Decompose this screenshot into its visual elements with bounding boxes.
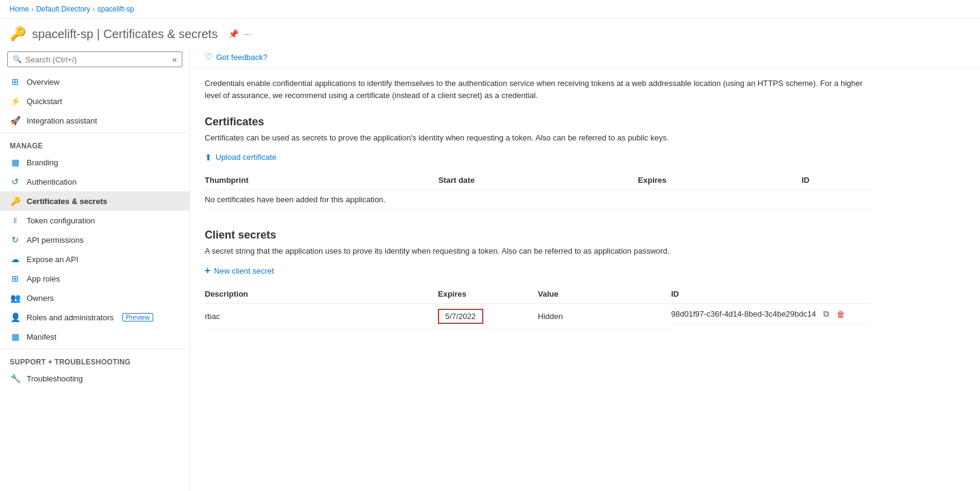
support-section-label: Support + Troubleshooting [0,352,190,369]
sidebar-item-authentication[interactable]: ↺ Authentication [0,172,190,191]
cert-col-expires: Expires [638,171,801,190]
authentication-icon: ↺ [10,176,21,187]
app-name: spacelift-sp [32,27,93,41]
client-secrets-table: Description Expires Value ID rbac 5/7/20… [205,285,871,329]
expose-api-icon: ☁ [10,254,21,265]
search-box[interactable]: 🔍 « [7,51,182,67]
certificates-table: Thumbprint Start date Expires ID No cert… [205,171,871,209]
sidebar-item-owners[interactable]: 👥 Owners [0,288,190,308]
sidebar-divider-manage [0,133,190,133]
manage-section-label: Manage [0,136,190,153]
breadcrumb-default-directory[interactable]: Default Directory [36,5,90,13]
integration-icon: 🚀 [10,115,21,126]
preview-badge: Preview [122,313,153,321]
manifest-icon: ▦ [10,331,21,342]
sidebar-label-quickstart: Quickstart [27,97,62,106]
api-icon: ↻ [10,234,21,245]
breadcrumb-sep-1: › [31,5,34,13]
sidebar-label-owners: Owners [27,294,54,303]
app-roles-icon: ⊞ [10,273,21,284]
token-icon: ⦀ [10,215,21,226]
client-secrets-section-desc: A secret string that the application use… [205,245,871,257]
owners-icon: 👥 [10,292,21,303]
cert-no-data-msg: No certificates have been added for this… [205,189,871,209]
secret-expires: 5/7/2022 [438,304,538,329]
search-icon: 🔍 [13,55,22,64]
collapse-button[interactable]: « [172,54,177,64]
page-title: spacelift-sp | Certificates & secrets [32,27,217,41]
client-secrets-section-title: Client secrets [205,229,965,242]
sidebar-item-app-roles[interactable]: ⊞ App roles [0,269,190,288]
content-area: ♡ Got feedback? Credentials enable confi… [190,47,980,491]
main-layout: 🔍 « ⊞ Overview ⚡ Quickstart 🚀 Integratio… [0,47,980,491]
upload-certificate-label[interactable]: Upload certificate [216,153,276,162]
sidebar-label-certificates: Certificates & secrets [27,197,107,206]
sidebar-label-expose-api: Expose an API [27,255,78,264]
secret-id-value: 98d01f97-c36f-4d14-8bed-3c4be29bdc14 [671,309,816,318]
sidebar-divider-support [0,349,190,349]
secret-col-description: Description [205,285,438,304]
search-input[interactable] [25,55,168,64]
overview-icon: ⊞ [10,76,21,87]
table-row: rbac 5/7/2022 Hidden 98d01f97-c36f-4d14-… [205,304,871,329]
sidebar-item-roles-administrators[interactable]: 👤 Roles and administrators Preview [0,308,190,327]
secret-id: 98d01f97-c36f-4d14-8bed-3c4be29bdc14 ⧉ 🗑 [671,304,871,325]
certificates-section-title: Certificates [205,116,965,128]
certificates-section: Certificates Certificates can be used as… [205,116,965,209]
page-header: 🔑 spacelift-sp | Certificates & secrets … [0,19,980,47]
more-icon[interactable]: ··· [243,29,251,39]
branding-icon: ▦ [10,157,21,168]
delete-icon[interactable]: 🗑 [836,309,845,319]
troubleshooting-icon: 🔧 [10,373,21,384]
sidebar-item-troubleshooting[interactable]: 🔧 Troubleshooting [0,369,190,388]
cert-col-startdate: Start date [439,171,638,190]
sidebar-label-troubleshooting: Troubleshooting [27,374,83,383]
new-client-secret-label[interactable]: New client secret [214,266,274,275]
sidebar-label-manifest: Manifest [27,332,56,341]
cert-col-id: ID [801,171,871,190]
breadcrumb-sep-2: › [93,5,95,13]
sidebar-item-api-permissions[interactable]: ↻ API permissions [0,230,190,249]
secret-description: rbac [205,304,438,329]
sidebar-item-manifest[interactable]: ▦ Manifest [0,327,190,346]
title-separator: | [93,27,103,41]
certificates-section-desc: Certificates can be used as secrets to p… [205,132,871,144]
sidebar-item-integration-assistant[interactable]: 🚀 Integration assistant [0,111,190,130]
upload-certificate-button[interactable]: ⬆ Upload certificate [205,153,965,162]
secret-value: Hidden [538,304,671,329]
pin-icon[interactable]: 📌 [228,29,239,39]
breadcrumb-home[interactable]: Home [10,5,29,13]
cert-no-data-row: No certificates have been added for this… [205,189,871,209]
page-section-title: Certificates & secrets [103,27,217,41]
new-client-secret-button[interactable]: + New client secret [205,265,965,276]
sidebar-label-branding: Branding [27,158,58,167]
sidebar-item-token-configuration[interactable]: ⦀ Token configuration [0,211,190,230]
add-icon: + [205,265,210,276]
quickstart-icon: ⚡ [10,96,21,107]
sidebar-label-token: Token configuration [27,216,95,225]
certificates-icon: 🔑 [10,196,21,206]
cert-col-thumbprint: Thumbprint [205,171,439,190]
app-icon: 🔑 [10,26,26,42]
breadcrumb: Home › Default Directory › spacelift-sp [0,0,980,19]
sidebar-label-overview: Overview [27,77,59,87]
sidebar-label-authentication: Authentication [27,177,76,186]
credentials-description: Credentials enable confidential applicat… [205,77,871,101]
upload-icon: ⬆ [205,153,212,162]
feedback-label[interactable]: Got feedback? [216,53,268,62]
secret-col-id: ID [671,285,871,304]
sidebar: 🔍 « ⊞ Overview ⚡ Quickstart 🚀 Integratio… [0,47,190,491]
sidebar-label-api: API permissions [27,236,84,245]
sidebar-label-roles: Roles and administrators [27,313,114,322]
sidebar-item-quickstart[interactable]: ⚡ Quickstart [0,91,190,111]
sidebar-item-certificates-secrets[interactable]: 🔑 Certificates & secrets [0,191,190,211]
content-inner: Credentials enable confidential applicat… [190,68,980,339]
feedback-bar[interactable]: ♡ Got feedback? [190,47,980,68]
copy-icon[interactable]: ⧉ [823,309,829,319]
sidebar-item-branding[interactable]: ▦ Branding [0,153,190,172]
roles-icon: 👤 [10,312,21,323]
sidebar-item-expose-api[interactable]: ☁ Expose an API [0,249,190,269]
feedback-icon: ♡ [205,51,213,62]
breadcrumb-spacelift-sp[interactable]: spacelift-sp [98,5,134,13]
sidebar-item-overview[interactable]: ⊞ Overview [0,72,190,91]
